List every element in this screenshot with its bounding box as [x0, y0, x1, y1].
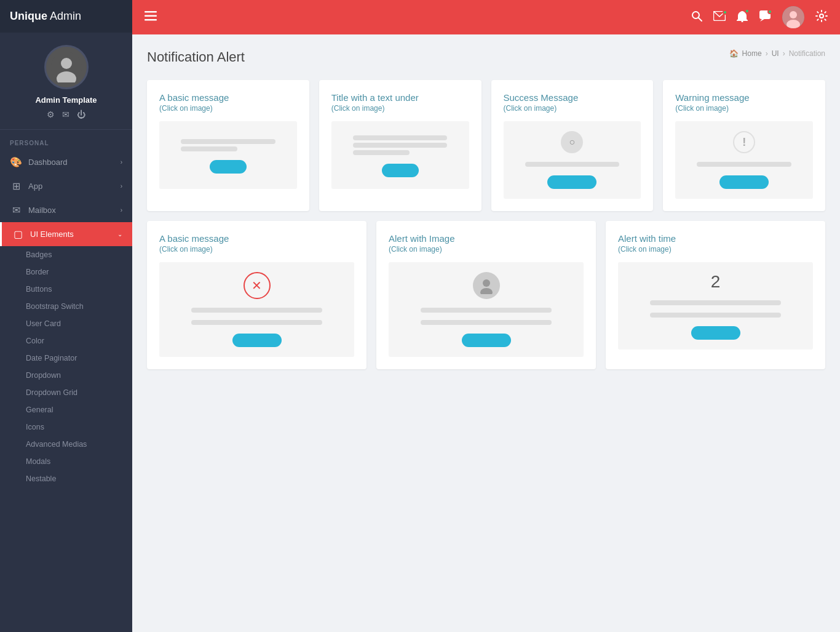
mailbox-icon: ✉	[10, 204, 22, 216]
preview-lines	[697, 159, 791, 169]
card-preview	[389, 262, 584, 357]
chat-icon[interactable]	[759, 10, 771, 25]
preview-line	[421, 308, 552, 313]
preview-line	[650, 313, 782, 318]
sidebar-item-label: Mailbox	[28, 206, 56, 215]
subnav-icons[interactable]: Icons	[0, 418, 132, 436]
svg-rect-4	[145, 15, 157, 17]
card-title: A basic message	[159, 233, 354, 244]
preview-button	[719, 175, 769, 189]
search-icon[interactable]	[691, 10, 702, 25]
main-area: Notification Alert 🏠 Home › UI › Notific…	[132, 0, 840, 632]
sidebar-item-label: App	[28, 182, 42, 191]
preview-line	[353, 143, 447, 148]
error-icon: ✕	[244, 272, 271, 299]
sidebar: Unique Admin Admin Template ⚙ ✉ ⏻ PERSON…	[0, 0, 132, 632]
power-icon[interactable]: ⏻	[77, 110, 85, 119]
preview-line	[421, 320, 552, 325]
mail-icon[interactable]	[713, 11, 726, 24]
gear-icon[interactable]	[815, 10, 828, 25]
preview-line	[525, 162, 619, 167]
chevron-icon: ›	[121, 207, 122, 214]
card-alert-with-time[interactable]: Alert with time (Click on image) 2	[606, 221, 825, 369]
sidebar-item-app[interactable]: ⊞ App ›	[0, 174, 132, 198]
card-preview: ○	[504, 121, 641, 199]
warning-icon: !	[733, 131, 755, 153]
subnav-modals[interactable]: Modals	[0, 453, 132, 470]
subnav-color[interactable]: Color	[0, 332, 132, 350]
preview-line	[353, 135, 447, 140]
sidebar-item-dashboard[interactable]: 🎨 Dashboard ›	[0, 150, 132, 174]
breadcrumb-home[interactable]: Home	[742, 49, 762, 58]
svg-point-1	[61, 58, 72, 69]
bell-icon[interactable]	[737, 10, 748, 25]
card-preview	[331, 121, 469, 189]
preview-line	[181, 146, 237, 151]
sidebar-logo-text: Unique Admin	[10, 10, 81, 23]
card-subtitle: (Click on image)	[504, 104, 641, 113]
svg-marker-11	[760, 19, 764, 22]
user-avatar[interactable]	[782, 6, 804, 28]
subnav-dropdown[interactable]: Dropdown	[0, 367, 132, 384]
card-warning-message[interactable]: Warning message (Click on image) !	[663, 80, 825, 211]
sidebar-item-ui-elements[interactable]: ▢ UI Elements ⌄	[0, 222, 132, 246]
subnav-nestable[interactable]: Nestable	[0, 470, 132, 487]
preview-button	[547, 175, 596, 189]
subnav-user-card[interactable]: User Card	[0, 315, 132, 332]
preview-button	[382, 164, 419, 177]
settings-icon[interactable]: ⚙	[47, 110, 55, 119]
cards-row-2: A basic message (Click on image) ✕ Alert…	[147, 221, 825, 369]
card-subtitle: (Click on image)	[675, 104, 813, 113]
content-area: Notification Alert 🏠 Home › UI › Notific…	[132, 34, 840, 632]
svg-point-17	[480, 288, 493, 294]
preview-lines	[421, 305, 552, 327]
subnav-buttons[interactable]: Buttons	[0, 281, 132, 298]
svg-point-13	[790, 11, 797, 18]
subnav-advanced-medias[interactable]: Advanced Medias	[0, 436, 132, 453]
card-title: A basic message	[159, 92, 297, 103]
card-alert-with-image[interactable]: Alert with Image (Click on image)	[376, 221, 596, 369]
preview-button	[462, 334, 511, 347]
preview-lines	[181, 137, 275, 154]
svg-rect-5	[145, 19, 157, 21]
mail-badge	[723, 10, 727, 15]
subnav-badges[interactable]: Badges	[0, 246, 132, 263]
card-title: Success Message	[504, 92, 641, 103]
breadcrumb-ui[interactable]: UI	[772, 49, 779, 58]
card-basic-message[interactable]: A basic message (Click on image)	[147, 80, 309, 211]
card-success-message[interactable]: Success Message (Click on image) ○	[491, 80, 654, 211]
card-basic-message-2[interactable]: A basic message (Click on image) ✕	[147, 221, 367, 369]
app-icon: ⊞	[10, 180, 22, 192]
preview-lines	[353, 133, 447, 158]
profile-name: Admin Template	[35, 95, 97, 105]
bell-badge	[745, 9, 750, 14]
preview-button	[210, 160, 247, 174]
subnav-bootstrap-switch[interactable]: Bootstrap Switch	[0, 298, 132, 315]
section-label-personal: PERSONAL	[0, 130, 132, 150]
breadcrumb-sep1: ›	[766, 49, 768, 58]
chevron-icon: ›	[121, 183, 122, 190]
subnav-general[interactable]: General	[0, 401, 132, 418]
subnav-dropdown-grid[interactable]: Dropdown Grid	[0, 384, 132, 401]
preview-button	[232, 334, 282, 347]
sidebar-item-mailbox[interactable]: ✉ Mailbox ›	[0, 198, 132, 222]
subnav-date-paginator[interactable]: Date Paginator	[0, 350, 132, 367]
preview-button	[691, 326, 740, 340]
card-subtitle: (Click on image)	[159, 245, 354, 254]
subnav-border[interactable]: Border	[0, 263, 132, 281]
dashboard-icon: 🎨	[10, 156, 22, 168]
card-title: Title with a text under	[331, 92, 469, 103]
card-preview: 2	[618, 262, 813, 350]
email-icon[interactable]: ✉	[62, 110, 69, 119]
card-title-text-under[interactable]: Title with a text under (Click on image)	[319, 80, 481, 211]
sidebar-item-label: UI Elements	[30, 230, 74, 239]
success-icon: ○	[561, 131, 583, 153]
sidebar-item-label: Dashboard	[28, 158, 68, 167]
preview-line	[191, 308, 323, 313]
preview-line	[697, 162, 791, 167]
time-number: 2	[711, 272, 721, 292]
hamburger-icon[interactable]	[145, 11, 157, 24]
card-subtitle: (Click on image)	[389, 245, 584, 254]
preview-line	[191, 320, 323, 325]
chevron-icon: ›	[121, 159, 122, 166]
